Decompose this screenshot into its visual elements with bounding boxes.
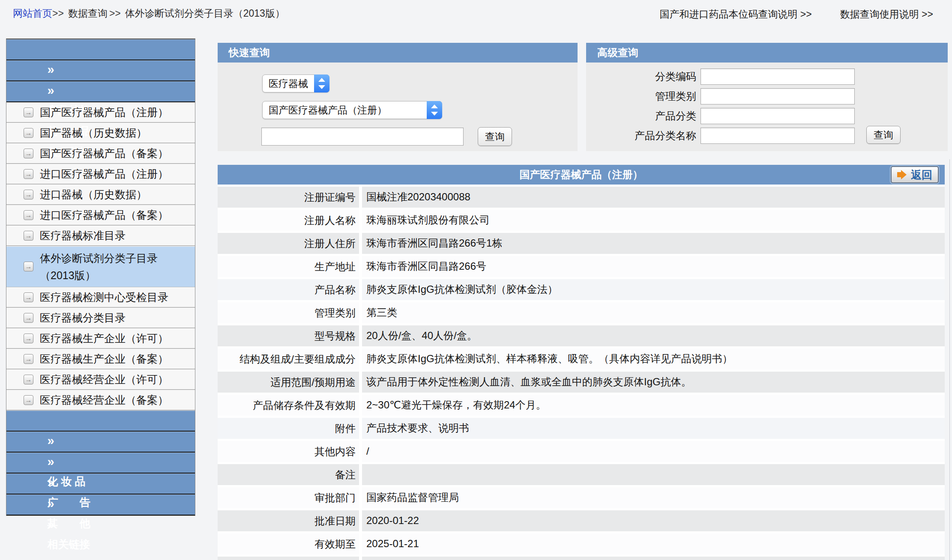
subcategory-select[interactable]: 国产医疗器械产品（注册） (262, 101, 442, 119)
detail-row: 注册证编号 国械注准20203400088 (218, 187, 945, 208)
detail-row: 注册人名称 珠海丽珠试剂股份有限公司 (218, 210, 945, 231)
sidebar-item-label: 国产医疗器械产品（注册） (40, 104, 168, 121)
sidebar-item[interactable]: 产品抽检 (6, 39, 195, 60)
detail-row-value: 2~30℃避光干燥保存，有效期24个月。 (362, 395, 945, 416)
detail-row-label: 产品名称 (218, 279, 359, 300)
sidebar-item[interactable]: 医疗器械生产企业（备案） (6, 349, 195, 369)
content-edge-line (949, 159, 950, 560)
arrow-box-icon (24, 395, 33, 405)
sidebar-item-label: 相关链接 (48, 538, 90, 550)
sidebar-item[interactable]: 医疗器械生产企业（许可） (6, 328, 195, 349)
detail-row: 其他内容 / (218, 441, 945, 462)
detail-row-value: 珠海市香洲区同昌路266号 (362, 256, 945, 277)
sidebar-item-label: 国产器械（历史数据） (40, 124, 147, 141)
arrow-box-icon (24, 169, 33, 179)
arrow-box-icon (24, 149, 33, 158)
advanced-field-label: 产品分类名称 (586, 129, 701, 143)
usage-help-link[interactable]: 数据查询使用说明 >> (840, 8, 933, 21)
subcategory-select-value: 国产医疗器械产品（注册） (263, 104, 393, 117)
arrow-box-icon (24, 375, 33, 384)
detail-row: 型号规格 20人份/盒、40人份/盒。 (218, 325, 945, 346)
quick-query-panel: 快速查询 医疗器械 国产医疗器械产品（注册） 查询 (218, 43, 578, 151)
detail-row-label: 结构及组成/主要组成成分 (218, 349, 359, 369)
detail-row-label: 管理类别 (218, 302, 359, 323)
detail-row-value: 该产品用于体外定性检测人血清、血浆或全血中的肺炎支原体IgG抗体。 (362, 372, 945, 393)
arrow-box-icon (24, 313, 33, 323)
sidebar-item-label: 体外诊断试剂分类子目录（2013版） (40, 250, 162, 284)
arrow-box-icon (24, 354, 33, 364)
double-chevron-icon (48, 456, 61, 468)
back-button[interactable]: 返回 (891, 166, 939, 183)
detail-row-value: 肺炎支原体IgG抗体检测试剂（胶体金法） (362, 279, 945, 300)
advanced-field-input[interactable] (701, 128, 855, 144)
detail-row: 注册人住所 珠海市香洲区同昌路266号1栋 (218, 233, 945, 254)
detail-row: 有效期至 2025-01-21 (218, 533, 945, 554)
sidebar-item[interactable]: 体外诊断试剂分类子目录（2013版） (6, 246, 195, 287)
detail-row-value: 国家药品监督管理局 (362, 487, 945, 508)
sidebar-item-label: 医疗器械经营企业（许可） (40, 371, 168, 388)
sidebar-item-label: 医疗器械检测中心受检目录 (40, 289, 168, 306)
detail-row (218, 557, 945, 560)
breadcrumb-separator: >> (109, 8, 121, 19)
advanced-field-input[interactable] (701, 108, 855, 124)
detail-row: 产品储存条件及有效期 2~30℃避光干燥保存，有效期24个月。 (218, 395, 945, 416)
category-select[interactable]: 医疗器械 (262, 74, 329, 92)
sidebar-item[interactable]: 进口器械（历史数据） (6, 185, 195, 205)
double-chevron-icon (48, 498, 61, 510)
detail-row-value: / (362, 441, 945, 462)
arrow-box-icon (24, 262, 33, 271)
barcode-help-link[interactable]: 国产和进口药品本位码查询说明 >> (659, 8, 811, 21)
double-chevron-icon (48, 64, 61, 76)
sidebar-item-label: 进口医疗器械产品（注册） (40, 165, 168, 182)
sidebar-item-label: 国产医疗器械产品（备案） (40, 145, 168, 162)
detail-row-label (218, 557, 359, 560)
breadcrumb-item: 数据查询 (68, 8, 108, 19)
quick-search-input[interactable] (261, 128, 464, 146)
sidebar-item-label: 进口医疗器械产品（备案） (40, 206, 168, 223)
detail-row-value: 产品技术要求、说明书 (362, 418, 945, 439)
advanced-field-input[interactable] (701, 69, 855, 85)
detail-row: 适用范围/预期用途 该产品用于体外定性检测人血清、血浆或全血中的肺炎支原体IgG… (218, 372, 945, 393)
detail-row: 生产地址 珠海市香洲区同昌路266号 (218, 256, 945, 277)
detail-title: 国产医疗器械产品（注册） (520, 169, 643, 180)
detail-row-label: 注册人名称 (218, 210, 359, 231)
advanced-field-input[interactable] (701, 88, 855, 104)
detail-header: 国产医疗器械产品（注册） 返回 (218, 165, 945, 185)
sidebar: 产品抽检 药 品 医疗器械 国产医疗器械产品（注册） (6, 39, 195, 516)
detail-row: 附件 产品技术要求、说明书 (218, 418, 945, 439)
detail-row-value: 第三类 (362, 302, 945, 323)
advanced-query-button[interactable]: 查询 (866, 126, 901, 144)
detail-row-label: 备注 (218, 464, 359, 485)
detail-row: 审批部门 国家药品监督管理局 (218, 487, 945, 508)
sidebar-item[interactable]: 医疗器械检测中心受检目录 (6, 287, 195, 308)
advanced-field-label: 管理类别 (586, 89, 701, 103)
quick-query-title: 快速查询 (229, 47, 270, 58)
detail-row-value (362, 464, 945, 485)
detail-row-value: 肺炎支原体IgG抗体检测试剂、样本稀释液、吸管。（具体内容详见产品说明书） (362, 349, 945, 369)
sidebar-item[interactable]: 化 妆 品 (6, 411, 195, 432)
detail-row-label: 批准日期 (218, 510, 359, 531)
detail-row: 批准日期 2020-01-22 (218, 510, 945, 531)
detail-row-value: 2020-01-22 (362, 510, 945, 531)
detail-row-label: 注册证编号 (218, 187, 359, 208)
breadcrumb-home-link[interactable]: 网站首页 (13, 8, 52, 19)
detail-row-label: 有效期至 (218, 533, 359, 554)
double-chevron-icon (48, 519, 61, 531)
detail-row-label: 注册人住所 (218, 233, 359, 254)
detail-panel: 国产医疗器械产品（注册） 返回 注册证编号 国械注准20203400088 注册… (218, 165, 945, 560)
detail-row-value: 2025-01-21 (362, 533, 945, 554)
sidebar-item[interactable]: 医疗器械经营企业（备案） (6, 390, 195, 411)
detail-row: 备注 (218, 464, 945, 485)
sidebar-item[interactable]: 医疗器械分类目录 (6, 308, 195, 328)
detail-row-value: 珠海市香洲区同昌路266号1栋 (362, 233, 945, 254)
sidebar-item-label: 医疗器械分类目录 (40, 309, 126, 326)
quick-query-button[interactable]: 查询 (478, 127, 512, 146)
advanced-query-header: 高级查询 (586, 43, 948, 63)
sidebar-item-label: 医疗器械经营企业（备案） (40, 391, 168, 408)
detail-row: 管理类别 第三类 (218, 302, 945, 323)
detail-row-label: 审批部门 (218, 487, 359, 508)
sidebar-item[interactable]: 医疗器械标准目录 (6, 226, 195, 246)
sidebar-item-label: 医疗器械生产企业（许可） (40, 330, 168, 347)
sidebar-item[interactable]: 医疗器械经营企业（许可） (6, 369, 195, 390)
sidebar-item[interactable]: 进口医疗器械产品（备案） (6, 205, 195, 226)
